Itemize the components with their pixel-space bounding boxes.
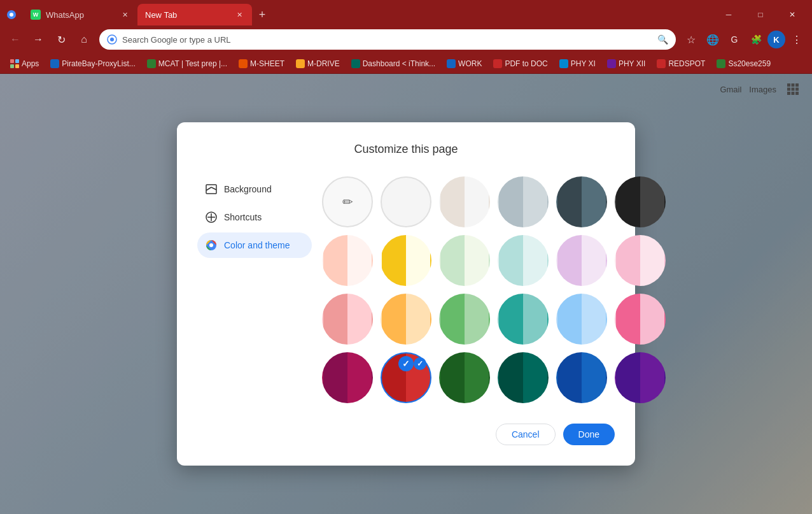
color-swatch-purple-dark[interactable]: [615, 352, 666, 403]
bookmark-piratebay[interactable]: PirateBay-ProxyList...: [45, 57, 140, 70]
ss20-favicon: [717, 59, 725, 68]
color-swatch-warm-gray[interactable]: [439, 176, 490, 227]
bookmark-mcat[interactable]: MCAT | Test prep |...: [142, 57, 232, 70]
mcat-favicon: [147, 59, 156, 68]
color-swatch-orange-med[interactable]: [381, 294, 431, 345]
color-swatch-red-dark[interactable]: ✓: [381, 352, 431, 403]
background-icon: [205, 183, 218, 196]
color-swatch-dark-gray[interactable]: [556, 176, 607, 227]
pdftodoc-favicon: [493, 59, 502, 68]
color-swatch-peach-light[interactable]: [322, 235, 373, 286]
cancel-button[interactable]: Cancel: [496, 424, 556, 445]
bookmark-ss20-label: Ss20ese259: [728, 59, 771, 68]
color-swatch-teal-light[interactable]: [498, 235, 549, 286]
tab-whatsapp-label: WhatsApp: [46, 10, 115, 20]
customize-dialog: Customize this page: [177, 122, 635, 466]
bookmark-phyxi[interactable]: PHY XI: [554, 57, 601, 70]
bookmark-dashboard[interactable]: Dashboard < iThink...: [346, 57, 440, 70]
bookmark-phyxii[interactable]: PHY XII: [602, 57, 650, 70]
reload-button[interactable]: ↻: [51, 29, 71, 50]
home-button[interactable]: ⌂: [74, 29, 94, 50]
color-swatch-pink-med[interactable]: [615, 294, 666, 345]
nav-item-background[interactable]: Background: [197, 176, 312, 202]
forward-button[interactable]: →: [28, 29, 48, 50]
new-tab-button[interactable]: +: [252, 8, 272, 22]
tab-new-tab-close[interactable]: ✕: [234, 10, 244, 20]
chrome-window: W WhatsApp ✕ New Tab ✕ + ─ □ ✕ ← → ↻ ⌂: [0, 0, 812, 514]
bookmark-mdrive-label: M-DRIVE: [307, 59, 340, 68]
color-swatch-green-med[interactable]: [439, 294, 490, 345]
shortcuts-icon: [205, 211, 218, 224]
bookmark-pdftodoc[interactable]: PDF to DOC: [488, 57, 552, 70]
color-swatch-teal-med[interactable]: [498, 294, 549, 345]
title-bar: W WhatsApp ✕ New Tab ✕ + ─ □ ✕: [0, 0, 812, 25]
tab-new-tab-label: New Tab: [145, 10, 229, 20]
bookmark-work-label: WORK: [458, 59, 482, 68]
toolbar: ← → ↻ ⌂ Search Google or type a URL 🔍 ☆ …: [0, 25, 812, 54]
color-swatch-yellow-light[interactable]: [381, 235, 431, 286]
bookmarks-star-icon[interactable]: ☆: [681, 29, 701, 50]
nav-background-label: Background: [224, 184, 272, 194]
new-tab-content: Gmail Images Customize this page: [0, 74, 812, 514]
svg-line-15: [211, 187, 216, 190]
chrome-menu-icon[interactable]: [5, 8, 18, 21]
extensions-icon[interactable]: 🧩: [746, 29, 766, 50]
toolbar-right-icons: ☆ 🌐 G 🧩 K ⋮: [681, 29, 807, 50]
bookmark-pdftodoc-label: PDF to DOC: [505, 59, 547, 68]
google-account-icon[interactable]: G: [724, 29, 745, 50]
nav-shortcuts-label: Shortcuts: [224, 212, 262, 222]
profile-button[interactable]: K: [767, 31, 785, 48]
svg-line-14: [206, 187, 211, 190]
custom-color-swatch[interactable]: ✏: [322, 176, 373, 227]
more-button[interactable]: ⋮: [787, 29, 807, 50]
nav-item-color-theme[interactable]: Color and theme: [197, 232, 312, 258]
tab-new-tab[interactable]: New Tab ✕: [137, 4, 252, 25]
address-text: Search Google or type a URL: [122, 35, 652, 45]
bookmark-apps[interactable]: Apps: [5, 57, 44, 70]
color-swatch-pink-light[interactable]: [615, 235, 666, 286]
search-icon: 🔍: [657, 34, 668, 45]
maximize-button[interactable]: □: [746, 4, 775, 25]
phyxii-favicon: [607, 59, 616, 68]
dialog-nav: Background Shortcuts: [197, 171, 312, 408]
bookmark-msheet-label: M-SHEET: [250, 59, 284, 68]
back-button[interactable]: ←: [5, 29, 25, 50]
color-swatch-green-light[interactable]: [439, 235, 490, 286]
modal-overlay[interactable]: Customize this page: [0, 74, 812, 514]
svg-point-20: [209, 243, 213, 247]
svg-point-1: [10, 13, 13, 17]
color-swatch-black[interactable]: [615, 176, 666, 227]
bookmark-piratebay-label: PirateBay-ProxyList...: [62, 59, 135, 68]
tab-whatsapp-close[interactable]: ✕: [120, 10, 130, 20]
color-swatch-cool-gray[interactable]: [498, 176, 549, 227]
close-button[interactable]: ✕: [778, 4, 807, 25]
redspot-favicon: [657, 59, 666, 68]
color-swatch-teal-dark[interactable]: [498, 352, 549, 403]
color-swatch-purple-light[interactable]: [556, 235, 607, 286]
bookmark-msheet[interactable]: M-SHEET: [234, 57, 290, 70]
color-swatch-green-dark[interactable]: [439, 352, 490, 403]
done-button[interactable]: Done: [563, 424, 615, 445]
world-icon[interactable]: 🌐: [703, 29, 723, 50]
color-swatch-navy[interactable]: [556, 352, 607, 403]
color-swatch-maroon[interactable]: [322, 352, 373, 403]
bookmark-phyxi-label: PHY XI: [571, 59, 596, 68]
window-controls: ─ □ ✕: [714, 4, 812, 25]
nav-item-shortcuts[interactable]: Shortcuts: [197, 204, 312, 230]
tab-whatsapp[interactable]: W WhatsApp ✕: [23, 4, 137, 25]
bookmark-mcat-label: MCAT | Test prep |...: [158, 59, 227, 68]
svg-point-3: [110, 38, 114, 41]
bookmark-mdrive[interactable]: M-DRIVE: [291, 57, 345, 70]
color-swatch-white[interactable]: [381, 176, 431, 227]
dashboard-favicon: [351, 59, 360, 68]
piratebay-favicon: [50, 59, 59, 68]
bookmark-ss20[interactable]: Ss20ese259: [711, 57, 776, 70]
minimize-button[interactable]: ─: [714, 4, 743, 25]
bookmark-work[interactable]: WORK: [442, 57, 487, 70]
bookmark-phyxii-label: PHY XII: [619, 59, 645, 68]
color-swatch-blue-light-med[interactable]: [556, 294, 607, 345]
color-swatch-salmon-med[interactable]: [322, 294, 373, 345]
color-theme-icon: [205, 239, 218, 252]
bookmark-redspot[interactable]: REDSPOT: [652, 57, 710, 70]
address-bar[interactable]: Search Google or type a URL 🔍: [99, 29, 676, 50]
